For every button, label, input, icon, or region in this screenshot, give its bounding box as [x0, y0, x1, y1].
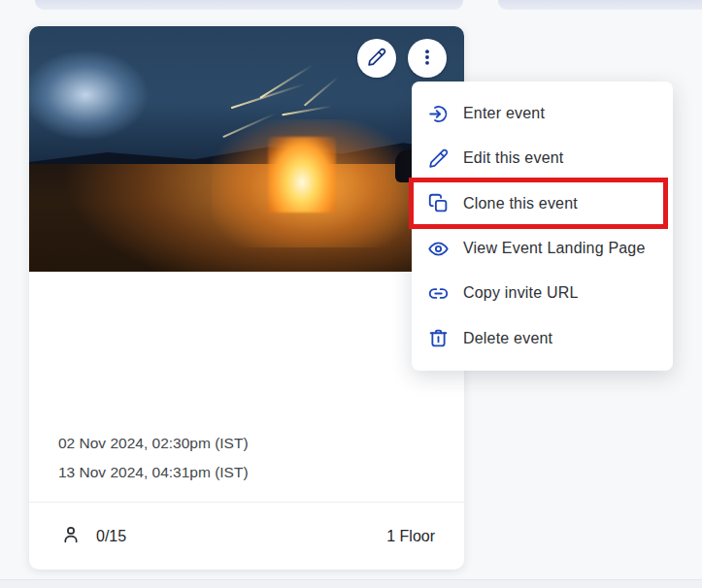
menu-item-delete-event[interactable]: Delete event: [412, 315, 673, 360]
photo-spark: [231, 83, 306, 110]
menu-item-label: Edit this event: [463, 149, 564, 167]
eye-icon: [428, 239, 449, 259]
pencil-icon: [367, 48, 386, 70]
event-start-datetime: 02 Nov 2024, 02:30pm (IST): [58, 429, 249, 458]
floor-count: 1 Floor: [386, 528, 435, 545]
attendee-capacity: 0/15: [60, 524, 126, 549]
edit-event-button[interactable]: [357, 39, 396, 78]
event-options-menu: Enter event Edit this event Clone this e…: [412, 82, 673, 371]
menu-item-label: Clone this event: [463, 195, 578, 212]
photo-spark: [259, 64, 313, 99]
person-icon: [60, 524, 82, 549]
menu-item-label: Enter event: [463, 105, 545, 122]
event-end-datetime: 13 Nov 2024, 04:31pm (IST): [58, 458, 249, 487]
photo-spark: [303, 76, 339, 106]
event-card: Testing space 02 Nov 2024, 02:30pm (IST)…: [29, 26, 464, 570]
menu-item-clone-this-event[interactable]: Clone this event: [412, 181, 673, 226]
previous-row-card-edge: [35, 0, 463, 10]
event-dates: 02 Nov 2024, 02:30pm (IST) 13 Nov 2024, …: [58, 429, 249, 487]
attendee-count: 0/15: [96, 528, 126, 545]
menu-item-label: Delete event: [463, 330, 552, 347]
enter-icon: [428, 104, 449, 124]
kebab-menu-icon: [418, 48, 437, 70]
events-page: Testing space 02 Nov 2024, 02:30pm (IST)…: [0, 0, 702, 588]
photo-campfire: [268, 137, 336, 212]
trash-icon: [428, 328, 449, 348]
pencil-icon: [428, 148, 449, 169]
event-card-footer: 0/15 1 Floor: [29, 502, 464, 570]
menu-item-label: View Event Landing Page: [463, 240, 646, 257]
menu-item-enter-event[interactable]: Enter event: [412, 91, 673, 136]
link-icon: [428, 283, 449, 304]
menu-item-edit-this-event[interactable]: Edit this event: [412, 136, 673, 180]
clone-icon: [428, 193, 449, 213]
menu-item-label: Copy invite URL: [463, 284, 579, 302]
more-options-button[interactable]: [408, 39, 447, 78]
photo-spark: [282, 106, 332, 116]
menu-item-copy-invite-url[interactable]: Copy invite URL: [412, 271, 673, 315]
menu-item-view-event-landing-page[interactable]: View Event Landing Page: [412, 226, 673, 271]
previous-row-card-edge: [498, 0, 702, 10]
event-cover-photo: [29, 26, 464, 272]
page-bottom-band: [0, 579, 702, 588]
